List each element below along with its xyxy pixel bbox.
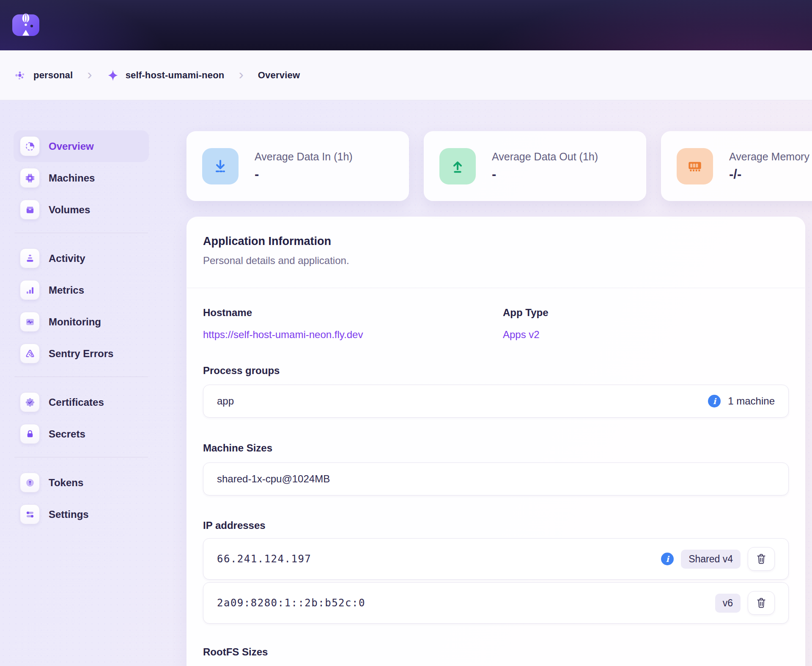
cpu-icon — [20, 168, 40, 188]
app-header — [0, 0, 812, 50]
stat-value: - — [492, 167, 598, 182]
stat-value: - — [255, 167, 353, 182]
hostname-apptype-grid: Hostname https://self-host-umami-neon.fl… — [203, 307, 789, 341]
sidebar-item-sentry-errors[interactable]: Sentry Errors — [14, 338, 149, 369]
hostname-link[interactable]: https://self-host-umami-neon.fly.dev — [203, 329, 363, 341]
process-group-name: app — [217, 395, 234, 407]
breadcrumb-overview[interactable]: Overview — [258, 70, 300, 81]
info-icon[interactable]: i — [661, 553, 674, 565]
rootfs-sizes-label: RootFS Sizes — [203, 646, 789, 658]
breadcrumb-overview-label: Overview — [258, 70, 300, 81]
chevron-right-icon: › — [239, 67, 243, 84]
stat-label: Average Data In (1h) — [255, 151, 353, 163]
sidebar-item-label: Settings — [49, 509, 89, 520]
info-icon[interactable]: i — [708, 395, 721, 407]
sidebar-item-label: Tokens — [49, 477, 83, 489]
sidebar-item-secrets[interactable]: Secrets — [14, 418, 149, 450]
stat-value: -/- — [729, 167, 809, 182]
breadcrumb-app-label: self-host-umami-neon — [126, 70, 225, 81]
sidebar-item-label: Metrics — [49, 284, 84, 296]
card-body: Hostname https://self-host-umami-neon.fl… — [187, 307, 805, 666]
ip-address-value: 2a09:8280:1::2b:b52c:0 — [217, 597, 365, 609]
keyhole-icon — [20, 473, 40, 493]
stat-card-memory: Average Memory -/- — [661, 131, 812, 201]
breadcrumb: personal › self-host-umami-neon › Overvi… — [0, 50, 812, 100]
stat-text: Average Data In (1h) - — [255, 151, 353, 182]
main-content: Average Data In (1h) - Average Data Out … — [187, 131, 812, 666]
ip-version-badge: v6 — [715, 594, 741, 613]
upload-icon — [439, 148, 476, 184]
memory-icon — [677, 148, 713, 184]
toggles-icon — [20, 504, 40, 524]
card-title: Application Information — [203, 235, 789, 248]
card-subtitle: Personal details and application. — [203, 255, 789, 267]
machine-count: 1 machine — [728, 395, 775, 407]
delete-ip-button[interactable] — [748, 591, 775, 615]
delete-ip-button[interactable] — [748, 547, 775, 571]
stat-text: Average Memory -/- — [729, 151, 809, 182]
sidebar-item-label: Secrets — [49, 428, 85, 440]
machine-size-value: shared-1x-cpu@1024MB — [217, 473, 330, 485]
breadcrumb-app[interactable]: self-host-umami-neon — [107, 69, 225, 82]
stat-card-data-in: Average Data In (1h) - — [187, 131, 409, 201]
app-type-field: App Type Apps v2 — [503, 307, 789, 341]
stat-text: Average Data Out (1h) - — [492, 151, 598, 182]
hostname-label: Hostname — [203, 307, 503, 319]
app-type-link[interactable]: Apps v2 — [503, 329, 540, 341]
sidebar-divider — [14, 377, 148, 377]
ip-address-row: 2a09:8280:1::2b:b52c:0 v6 — [203, 582, 789, 624]
sidebar-item-machines[interactable]: Machines — [14, 162, 149, 194]
ip-address-row: 66.241.124.197 i Shared v4 — [203, 538, 789, 580]
bar-chart-icon — [20, 280, 40, 300]
sidebar: Overview Machines — [14, 130, 149, 530]
card-header: Application Information Personal details… — [187, 217, 805, 267]
card-divider — [187, 288, 805, 288]
sidebar-item-label: Activity — [49, 253, 85, 264]
machine-sizes-label: Machine Sizes — [203, 442, 789, 454]
process-group-meta: i 1 machine — [708, 395, 775, 407]
machine-size-row: shared-1x-cpu@1024MB — [203, 462, 789, 495]
process-group-row: app i 1 machine — [203, 385, 789, 418]
sidebar-item-label: Certificates — [49, 396, 104, 408]
ip-row-actions: i Shared v4 — [661, 547, 775, 571]
sidebar-item-volumes[interactable]: Volumes — [14, 194, 149, 226]
sparkle-icon — [107, 69, 119, 82]
sidebar-item-label: Volumes — [49, 204, 90, 216]
overview-pie-icon — [20, 136, 40, 156]
download-icon — [202, 148, 239, 184]
sidebar-item-label: Machines — [49, 172, 95, 184]
sidebar-item-overview[interactable]: Overview — [14, 130, 149, 162]
sidebar-item-tokens[interactable]: Tokens — [14, 467, 149, 498]
activity-stack-icon — [20, 248, 40, 268]
breadcrumb-org[interactable]: personal — [13, 68, 73, 83]
stat-label: Average Memory — [729, 151, 809, 163]
lock-icon — [20, 424, 40, 444]
sidebar-divider — [14, 233, 148, 233]
pulse-icon — [20, 312, 40, 332]
application-information-card: Application Information Personal details… — [187, 217, 805, 666]
sidebar-item-certificates[interactable]: Certificates — [14, 386, 149, 418]
sidebar-item-metrics[interactable]: Metrics — [14, 274, 149, 306]
stat-label: Average Data Out (1h) — [492, 151, 598, 163]
app-type-label: App Type — [503, 307, 789, 319]
sidebar-item-settings[interactable]: Settings — [14, 498, 149, 530]
sidebar-item-label: Overview — [49, 140, 94, 152]
breadcrumb-org-label: personal — [33, 70, 73, 81]
stats-row: Average Data In (1h) - Average Data Out … — [187, 131, 812, 201]
sidebar-item-activity[interactable]: Activity — [14, 242, 149, 274]
ip-address-value: 66.241.124.197 — [217, 553, 311, 565]
sidebar-item-monitoring[interactable]: Monitoring — [14, 306, 149, 338]
sidebar-divider — [14, 457, 148, 457]
ip-version-badge: Shared v4 — [681, 550, 741, 569]
fly-dashboard-page: personal › self-host-umami-neon › Overvi… — [0, 0, 812, 666]
fly-logo[interactable] — [12, 11, 40, 38]
badge-check-icon — [20, 392, 40, 412]
sidebar-item-label: Monitoring — [49, 316, 101, 328]
process-groups-label: Process groups — [203, 365, 789, 377]
chevron-right-icon: › — [87, 67, 92, 84]
ip-addresses-label: IP addresses — [203, 520, 789, 531]
hostname-field: Hostname https://self-host-umami-neon.fl… — [203, 307, 503, 341]
stat-card-data-out: Average Data Out (1h) - — [424, 131, 646, 201]
sentry-icon — [20, 344, 40, 363]
org-dots-icon — [13, 68, 27, 83]
